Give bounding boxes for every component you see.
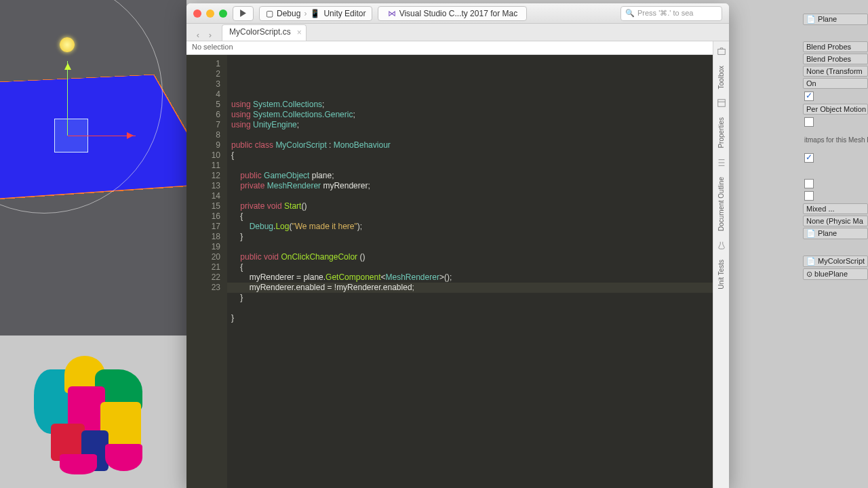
watermark-logo <box>27 349 156 478</box>
inspector-motion[interactable]: Per Object Motion <box>803 104 868 115</box>
window-controls[interactable] <box>193 9 227 18</box>
inspector-checkbox-d[interactable] <box>804 191 814 201</box>
search-input[interactable]: 🔍 Press '⌘.' to sea <box>620 6 722 21</box>
code-editor[interactable]: 1234567891011121314151617181920212223 us… <box>186 55 729 488</box>
inspector-reflection-probes[interactable]: Blend Probes <box>803 54 868 64</box>
play-icon <box>239 9 247 17</box>
inspector-checkbox-b[interactable] <box>804 153 814 163</box>
inspector-cast-shadows[interactable]: On <box>803 78 868 89</box>
run-config-selector[interactable]: ▢Debug › 📱Unity Editor <box>259 6 372 21</box>
toolbox-icon[interactable] <box>717 47 726 56</box>
code-area[interactable]: using System.Collections;using System.Co… <box>227 55 729 488</box>
minimize-icon[interactable] <box>206 9 214 18</box>
search-icon: 🔍 <box>625 9 635 18</box>
inspector-mesh[interactable]: 📄 Plane <box>803 14 868 25</box>
inspector-light-probes[interactable]: Blend Probes <box>803 41 868 52</box>
inspector-checkbox-receive[interactable] <box>804 92 814 101</box>
titlebar[interactable]: ▢Debug › 📱Unity Editor ⋈Visual Studio C.… <box>186 3 729 24</box>
inspector-mesh2[interactable]: 📄 Plane <box>803 228 868 239</box>
unity-inspector[interactable]: 📄 Plane Blend Probes Blend Probes None (… <box>800 0 868 488</box>
inspector-plane-ref[interactable]: ⊙ bluePlane <box>803 268 868 280</box>
svg-rect-0 <box>717 49 725 55</box>
gizmo-x-axis[interactable] <box>68 136 136 136</box>
inspector-checkbox-a[interactable] <box>804 117 814 127</box>
run-button[interactable] <box>233 6 254 21</box>
app-title: ⋈Visual Studio C...ty 2017 for Mac <box>378 6 527 21</box>
toolbox-panel-tab[interactable]: Toolbox <box>717 66 725 89</box>
light-icon[interactable] <box>60 37 75 52</box>
zoom-icon[interactable] <box>219 9 227 18</box>
inspector-anchor[interactable]: None (Transform <box>803 66 868 77</box>
inspector-script[interactable]: 📄 MyColorScript <box>803 256 868 267</box>
inspector-checkbox-c[interactable] <box>804 179 814 188</box>
inspector-warning: itmaps for this Mesh Renderer, please en… <box>800 135 868 145</box>
nav-back-button[interactable]: ‹ <box>192 28 204 41</box>
unity-scene-view[interactable] <box>0 0 186 336</box>
breadcrumb[interactable]: No selection <box>186 41 729 55</box>
close-icon[interactable] <box>193 9 201 18</box>
inspector-layer-mixed[interactable]: Mixed ... <box>803 203 868 214</box>
document-tabbar: ‹ › MyColorScript.cs × <box>186 24 729 41</box>
gizmo-y-axis[interactable] <box>67 61 68 136</box>
tab-filename: MyColorScript.cs <box>229 27 291 37</box>
visual-studio-window: ▢Debug › 📱Unity Editor ⋈Visual Studio C.… <box>186 3 729 488</box>
inspector-material[interactable]: None (Physic Ma <box>803 216 868 226</box>
nav-forward-button[interactable]: › <box>204 28 216 41</box>
tab-close-icon[interactable]: × <box>297 28 302 37</box>
line-number-gutter: 1234567891011121314151617181920212223 <box>186 55 227 488</box>
file-tab[interactable]: MyColorScript.cs × <box>222 24 307 41</box>
